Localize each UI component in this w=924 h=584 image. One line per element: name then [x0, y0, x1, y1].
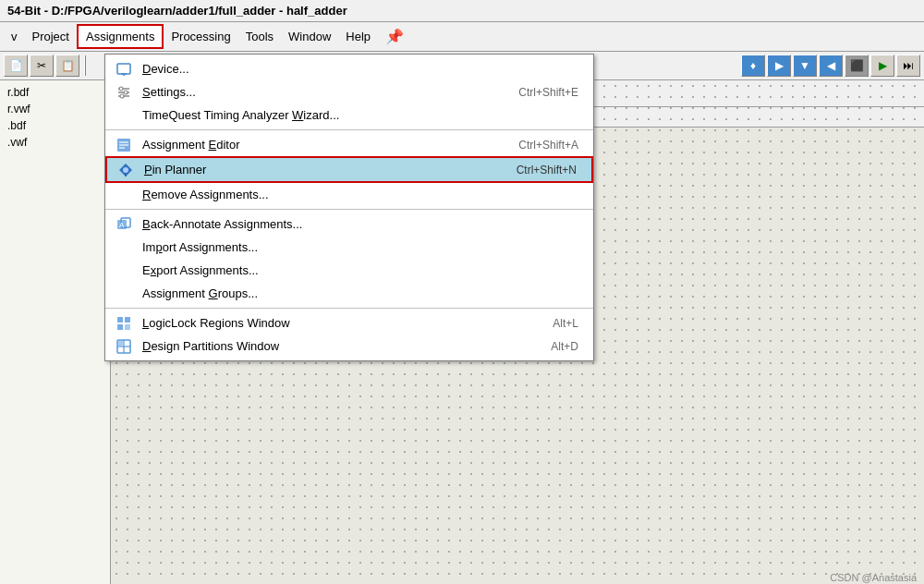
left-panel: r.bdf r.vwf .bdf .vwf — [0, 80, 111, 584]
menu-timequest[interactable]: TimeQuest Timing Analyzer Wizard... — [105, 103, 593, 127]
menu-logiclock[interactable]: LogicLock Regions Window Alt+L — [105, 311, 593, 335]
menu-item-processing[interactable]: Processing — [164, 26, 237, 47]
device-icon — [115, 60, 133, 79]
svg-point-6 — [119, 87, 123, 91]
file-item-3[interactable]: .bdf — [4, 117, 106, 134]
svg-point-8 — [120, 94, 124, 98]
toolbar-btn-scissors[interactable]: ✂ — [30, 55, 54, 77]
toolbar-sep-1 — [84, 55, 86, 76]
toolbar-btn-play[interactable]: ▶ — [870, 55, 894, 77]
svg-point-14 — [123, 167, 128, 173]
back-annotate-icon: A — [115, 215, 133, 234]
timequest-label: TimeQuest Timing Analyzer Wizard... — [142, 108, 339, 122]
title-bar: 54-Bit - D:/FPGA/veriloglearn/adder1/ful… — [0, 0, 924, 22]
svg-point-7 — [124, 91, 128, 94]
menu-device[interactable]: Device... — [105, 57, 593, 80]
menu-remove-assignments[interactable]: Remove Assignments... — [105, 183, 593, 206]
svg-rect-0 — [117, 64, 130, 74]
design-partitions-label: Design Partitions Window — [142, 339, 279, 353]
svg-rect-26 — [118, 341, 123, 346]
divider-3 — [105, 308, 593, 309]
settings-icon — [115, 83, 133, 102]
pin-icon: 📌 — [385, 28, 404, 45]
settings-shortcut: Ctrl+Shift+E — [518, 86, 578, 99]
design-partitions-shortcut: Alt+D — [551, 340, 578, 353]
design-partitions-icon — [115, 337, 133, 356]
file-item-1[interactable]: r.bdf — [4, 84, 106, 101]
pin-planner-shortcut: Ctrl+Shift+N — [517, 164, 577, 176]
pin-planner-icon — [116, 161, 135, 179]
divider-1 — [105, 129, 593, 130]
svg-text:A: A — [119, 221, 125, 229]
logiclock-shortcut: Alt+L — [553, 317, 578, 330]
svg-rect-19 — [117, 317, 123, 322]
back-annotate-label: Back-Annotate Assignments... — [142, 217, 302, 231]
settings-label: Settings... — [142, 85, 196, 99]
pin-planner-label: Pin Planner — [144, 163, 206, 176]
logiclock-icon — [115, 314, 133, 333]
menu-assignment-editor[interactable]: Assignment Editor Ctrl+Shift+A — [105, 133, 593, 156]
menu-back-annotate[interactable]: A Back-Annotate Assignments... — [105, 213, 593, 236]
title-text: 54-Bit - D:/FPGA/veriloglearn/adder1/ful… — [7, 4, 347, 18]
menu-assignment-groups[interactable]: Assignment Groups... — [105, 282, 593, 305]
assignment-editor-label: Assignment Editor — [142, 138, 240, 152]
watermark: CSDN @Anastasia — [830, 572, 917, 583]
menu-item-tools[interactable]: Tools — [238, 26, 281, 47]
logiclock-label: LogicLock Regions Window — [142, 316, 290, 330]
menu-pin-planner[interactable]: Pin Planner Ctrl+Shift+N — [105, 156, 593, 183]
menu-export-assignments[interactable]: Export Assignments... — [105, 259, 593, 282]
assignment-groups-label: Assignment Groups... — [142, 286, 258, 300]
toolbar-btn-r1[interactable]: ♦ — [741, 55, 765, 77]
menu-design-partitions[interactable]: Design Partitions Window Alt+D — [105, 335, 593, 358]
menu-bar: v Project Assignments Processing Tools W… — [0, 22, 924, 52]
toolbar-btn-r3[interactable]: ▼ — [793, 55, 817, 77]
menu-item-v[interactable]: v — [4, 26, 25, 47]
toolbar-btn-skip[interactable]: ⏭ — [896, 55, 920, 77]
file-item-2[interactable]: r.vwf — [4, 101, 106, 117]
assignments-dropdown: Device... Settings... Ctrl+Shift+E TimeQ… — [104, 54, 594, 361]
toolbar-btn-r4[interactable]: ◀ — [819, 55, 843, 77]
toolbar-btn-copy[interactable]: 📋 — [55, 55, 79, 77]
svg-rect-20 — [125, 317, 130, 322]
menu-item-project[interactable]: Project — [25, 26, 77, 47]
menu-item-assignments[interactable]: Assignments — [77, 24, 164, 49]
device-label: Device... — [142, 62, 189, 76]
remove-assignments-label: Remove Assignments... — [142, 188, 269, 201]
menu-settings[interactable]: Settings... Ctrl+Shift+E — [105, 80, 593, 103]
assignment-editor-icon — [115, 136, 133, 154]
menu-item-window[interactable]: Window — [281, 26, 338, 47]
svg-rect-21 — [117, 324, 123, 330]
svg-rect-22 — [125, 324, 130, 330]
import-assignments-label: Import Assignments... — [142, 240, 258, 254]
export-assignments-label: Export Assignments... — [142, 263, 259, 277]
divider-2 — [105, 209, 593, 210]
toolbar-btn-stop[interactable]: ⬛ — [845, 55, 869, 77]
toolbar-btn-1[interactable]: 📄 — [4, 55, 28, 77]
menu-import-assignments[interactable]: Import Assignments... — [105, 236, 593, 259]
file-item-4[interactable]: .vwf — [4, 134, 106, 151]
assignment-editor-shortcut: Ctrl+Shift+A — [518, 139, 578, 152]
menu-item-help[interactable]: Help — [338, 26, 378, 47]
toolbar-btn-r2[interactable]: ▶ — [767, 55, 791, 77]
